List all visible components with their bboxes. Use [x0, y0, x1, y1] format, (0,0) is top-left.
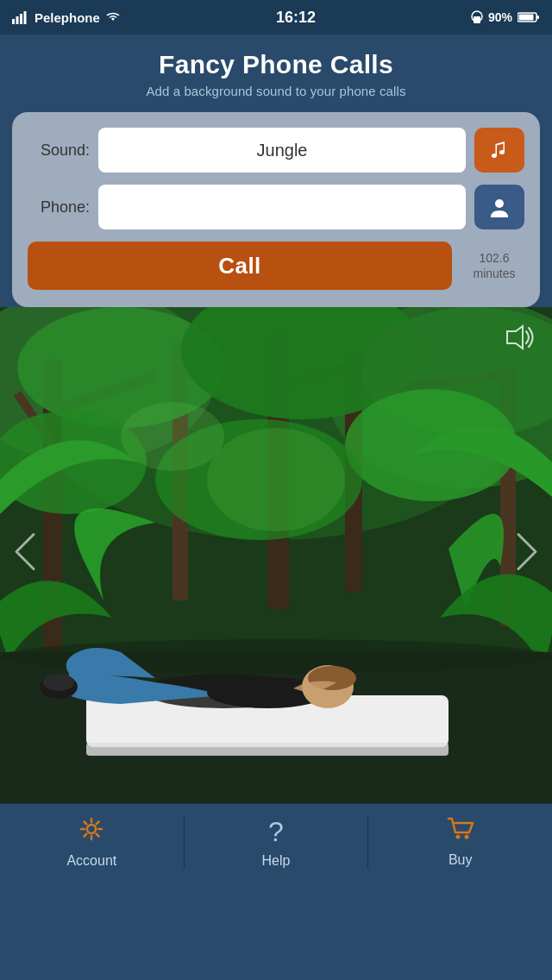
svg-rect-34 — [86, 743, 448, 756]
gear-icon — [78, 816, 104, 848]
sound-row: Sound: — [28, 128, 524, 173]
svg-rect-7 — [536, 16, 539, 19]
wifi-icon — [105, 11, 121, 23]
volume-icon — [504, 324, 535, 350]
tab-account[interactable]: Account — [0, 816, 185, 869]
shopping-cart-icon — [447, 817, 474, 841]
call-row: Call 102.6 minutes — [28, 242, 524, 290]
phone-input[interactable] — [98, 185, 466, 229]
next-button[interactable] — [514, 530, 540, 581]
svg-rect-5 — [474, 16, 480, 23]
tab-buy[interactable]: Buy — [368, 817, 552, 868]
minutes-label: minutes — [473, 267, 515, 280]
help-icon: ? — [268, 816, 284, 848]
svg-point-40 — [43, 674, 74, 691]
prev-button[interactable] — [12, 530, 38, 581]
sound-label: Sound: — [28, 141, 90, 160]
svg-rect-2 — [20, 14, 22, 24]
status-right: 90% — [471, 10, 540, 24]
svg-rect-1 — [16, 16, 19, 24]
form-card: Sound: Phone: Call 102.6 minutes — [12, 112, 540, 307]
contact-icon — [487, 195, 511, 219]
signal-icon — [12, 10, 29, 24]
status-bar: Pelephone 16:12 90% — [0, 0, 552, 35]
settings-icon — [78, 816, 104, 842]
call-button[interactable]: Call — [28, 242, 452, 290]
tab-help[interactable]: ? Help — [185, 816, 369, 869]
app-subtitle: Add a background sound to your phone cal… — [17, 84, 535, 98]
lock-icon — [471, 10, 483, 24]
contact-picker-button[interactable] — [474, 185, 524, 229]
svg-point-30 — [121, 402, 224, 471]
jungle-scene — [0, 307, 552, 803]
tab-bar: Account ? Help Buy — [0, 803, 552, 881]
buy-tab-label: Buy — [448, 852, 473, 868]
phone-label: Phone: — [28, 198, 90, 217]
status-time: 16:12 — [276, 9, 316, 27]
app-title: Fancy Phone Calls — [17, 50, 535, 79]
svg-point-42 — [87, 825, 96, 833]
volume-button[interactable] — [504, 324, 535, 356]
battery-icon — [518, 11, 540, 23]
svg-point-44 — [464, 835, 468, 839]
account-tab-label: Account — [66, 853, 116, 869]
music-icon — [487, 138, 511, 162]
status-left: Pelephone — [12, 10, 121, 25]
svg-marker-41 — [507, 326, 523, 349]
help-tab-label: Help — [262, 853, 291, 869]
svg-point-29 — [207, 428, 345, 531]
sound-input[interactable] — [98, 128, 466, 173]
background-image-area — [0, 307, 552, 803]
music-picker-button[interactable] — [474, 128, 524, 173]
svg-point-43 — [455, 835, 460, 839]
svg-rect-3 — [24, 11, 27, 24]
phone-row: Phone: — [28, 185, 524, 229]
battery-percent: 90% — [488, 10, 512, 24]
carrier-name: Pelephone — [34, 10, 100, 25]
prev-icon — [12, 530, 38, 573]
next-icon — [514, 530, 540, 573]
minutes-value: 102.6 — [479, 251, 509, 265]
cart-icon — [447, 817, 474, 847]
svg-rect-8 — [519, 15, 534, 21]
app-header: Fancy Phone Calls Add a background sound… — [0, 35, 552, 112]
svg-point-9 — [495, 199, 504, 208]
minutes-display: 102.6 minutes — [464, 250, 524, 281]
svg-rect-0 — [12, 19, 15, 24]
